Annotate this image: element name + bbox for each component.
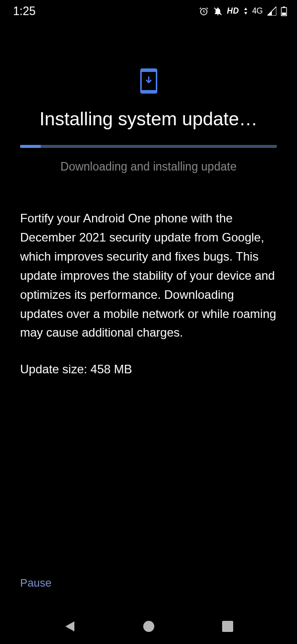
action-row: Pause — [20, 577, 277, 609]
signal-icon — [267, 7, 276, 16]
page-title: Installing system update… — [20, 109, 277, 130]
svg-rect-6 — [222, 621, 233, 632]
svg-rect-4 — [282, 13, 286, 15]
update-size: Update size: 458 MB — [20, 362, 277, 376]
home-button[interactable] — [129, 614, 169, 639]
update-icon-container — [20, 68, 277, 94]
status-icons: HD 4G — [199, 7, 287, 16]
status-bar: 1:25 HD 4G — [0, 0, 297, 22]
svg-point-5 — [143, 621, 154, 632]
main-content: Installing system update… Downloading an… — [0, 22, 297, 609]
network-type: 4G — [252, 7, 263, 16]
hd-indicator: HD — [227, 7, 239, 16]
data-updown-icon — [244, 8, 248, 15]
back-button[interactable] — [50, 614, 90, 639]
update-description: Fortify your Android One phone with the … — [20, 209, 277, 342]
progress-bar — [20, 145, 277, 148]
notifications-off-icon — [213, 7, 223, 16]
pause-button[interactable]: Pause — [20, 577, 51, 590]
navigation-bar — [0, 609, 297, 644]
progress-status: Downloading and installing update — [20, 160, 277, 174]
phone-download-icon — [140, 68, 157, 94]
alarm-icon — [199, 7, 209, 16]
status-time: 1:25 — [13, 5, 36, 18]
progress-fill — [20, 145, 41, 148]
battery-icon — [281, 7, 287, 16]
recents-button[interactable] — [208, 614, 248, 639]
